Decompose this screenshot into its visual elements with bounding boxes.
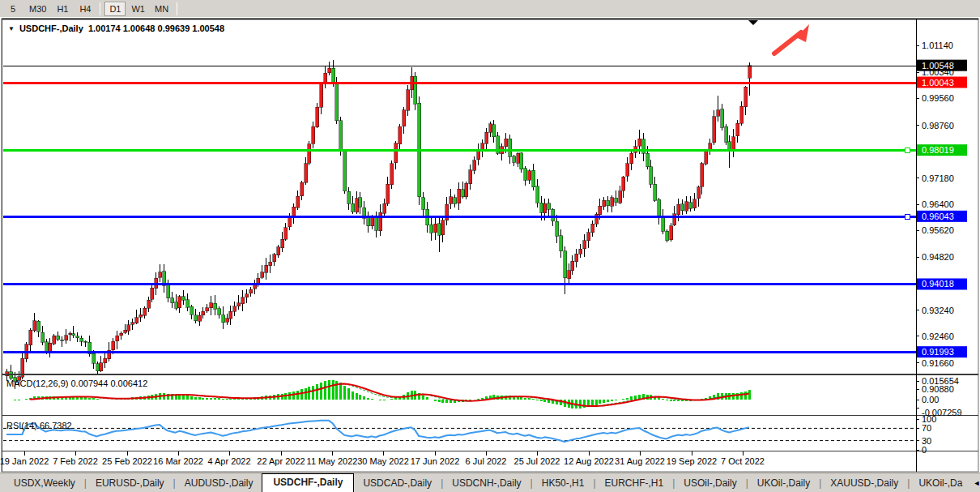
price-label-box (917, 144, 967, 156)
price-label-box (917, 346, 967, 357)
chart-tab-usoil-daily[interactable]: USOil-,Daily (675, 475, 745, 492)
chart-title-text: USDCHF-,Daily 1.00174 1.00648 0.99639 1.… (19, 24, 224, 33)
chart-tab-eurusd-daily[interactable]: EURUSD-,Daily (87, 475, 173, 492)
chart-tab-xauusd-daily[interactable]: XAUUSD-,Daily (821, 475, 907, 492)
chart-tab-usdx-weekly[interactable]: USDX,Weekly (5, 475, 84, 492)
toolbar-separator (100, 2, 100, 15)
timeframe-button-h4[interactable]: H4 (75, 2, 96, 16)
line-handle[interactable] (905, 148, 910, 153)
price-label-box (917, 60, 967, 71)
price-label-box (917, 211, 967, 222)
timeframe-button-d1[interactable]: D1 (104, 2, 126, 16)
price-label-box (917, 77, 967, 88)
timeframe-button-h1[interactable]: H1 (52, 2, 73, 16)
chart-window[interactable]: 1.011401.003400.995600.987600.979600.971… (0, 18, 980, 473)
chart-tab-ukoil-da[interactable]: UKOil-,Da (910, 475, 971, 492)
chart-tab-hk50-h1[interactable]: HK50-,H1 (533, 475, 594, 492)
price-label-box (917, 278, 967, 289)
timeframe-toolbar: 5M30H1H4D1W1MN (0, 0, 980, 18)
rsi-indicator-label: RSI(14) 66.7382 (6, 421, 72, 430)
timeframe-button-5[interactable]: 5 (2, 2, 23, 16)
chart-tab-usdcnh-daily[interactable]: USDCNH-,Daily (443, 475, 530, 492)
chart-title: ▼ USDCHF-,Daily 1.00174 1.00648 0.99639 … (8, 24, 224, 33)
tab-scroll-controls: ◄► (971, 476, 980, 492)
chart-tab-ukoil-daily[interactable]: UKOil-,Daily (748, 475, 819, 492)
macd-indicator-label: MACD(12,26,9) 0.007944 0.006412 (6, 379, 147, 388)
chart-tab-audusd-daily[interactable]: AUDUSD-,Daily (176, 475, 262, 492)
chart-tab-usdchf-daily[interactable]: USDCHF-,Daily (262, 473, 354, 492)
collapse-triangle-icon[interactable]: ▼ (8, 25, 15, 32)
toolbar-separator (177, 2, 177, 15)
chart-tab-usdcad-daily[interactable]: USDCAD-,Daily (354, 475, 441, 492)
timeframe-button-mn[interactable]: MN (151, 2, 173, 16)
timeframe-button-m30[interactable]: M30 (25, 2, 50, 16)
timeframe-button-w1[interactable]: W1 (127, 2, 149, 16)
chart-tab-eurchf-h1[interactable]: EURCHF-,H1 (596, 475, 673, 492)
price-chart-canvas[interactable]: 1.011401.003400.995600.987600.979600.971… (0, 18, 980, 473)
tab-scroll-left-icon[interactable]: ◄ (973, 479, 980, 487)
chart-tabbar: USDX,Weekly|EURUSD-,Daily|AUDUSD-,DailyU… (0, 473, 980, 492)
line-handle[interactable] (905, 215, 910, 220)
